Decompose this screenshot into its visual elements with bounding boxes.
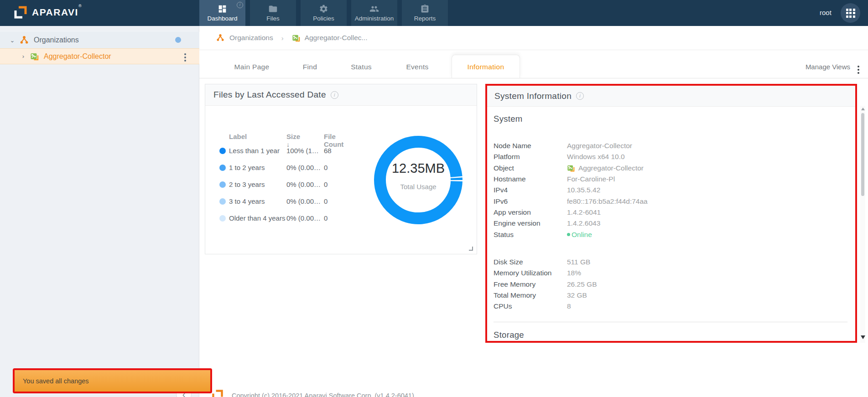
legend-dot — [219, 198, 226, 205]
manage-views-button[interactable]: Manage Views — [806, 63, 850, 71]
status-badge: Online — [572, 231, 592, 239]
tab-status[interactable]: Status — [345, 63, 377, 74]
table-row[interactable]: Less than 1 year 100% (1… 68 — [205, 143, 369, 160]
row-size: 0% (0.00… — [286, 180, 321, 188]
panel-header: System Information i — [487, 86, 855, 107]
breadcrumb-separator: › — [281, 34, 284, 42]
nav-tab-policies[interactable]: Policies — [301, 0, 347, 26]
panel-title: Files by Last Accessed Date i — [213, 90, 338, 100]
collector-icon — [292, 34, 301, 42]
sidebar-item-aggregator-collector[interactable]: › Aggregator-Collector — [0, 48, 199, 64]
field-value: 1.4.2.6043 — [567, 219, 600, 227]
row-size: 100% (1… — [286, 147, 319, 155]
field-value: 26.25 GB — [567, 280, 597, 289]
row-file-count: 0 — [324, 214, 327, 222]
field-value: 1.4.2-6041 — [567, 208, 601, 217]
field-label: IPv6 — [494, 197, 567, 206]
row-label: Less than 1 year — [229, 147, 280, 155]
field-row: CPUs 8 — [494, 301, 597, 312]
view-tab-bar: Main Page Find Status Events Information… — [199, 50, 868, 78]
tab-events[interactable]: Events — [401, 63, 433, 74]
people-icon — [369, 4, 379, 14]
save-confirmation-toast-highlighted[interactable]: You saved all changes — [13, 368, 212, 393]
tab-main-page[interactable]: Main Page — [231, 63, 272, 74]
tab-find[interactable]: Find — [297, 63, 322, 74]
field-label: Hostname — [494, 175, 567, 183]
table-row[interactable]: 3 to 4 years 0% (0.00… 0 — [205, 193, 369, 210]
dashboard-grid-icon — [218, 4, 227, 14]
field-value: 32 GB — [567, 291, 587, 299]
apps-menu-button[interactable] — [841, 3, 860, 23]
field-label: Disk Size — [494, 258, 567, 266]
manage-views-kebab-icon[interactable] — [855, 64, 862, 76]
chevron-down-icon[interactable]: ⌄ — [9, 37, 16, 44]
row-file-count: 68 — [324, 147, 332, 155]
apps-grid-icon — [846, 9, 855, 18]
field-value: Aggregator-Collector — [578, 164, 644, 172]
row-label: Older than 4 years — [229, 214, 285, 222]
gear-icon — [319, 4, 328, 14]
tab-row-divider — [199, 78, 868, 78]
breadcrumb: Organizations › Aggregator-Collec... — [199, 26, 868, 50]
nav-tab-administration[interactable]: Administration — [351, 0, 397, 26]
scrollbar-down-arrow[interactable] — [861, 335, 865, 339]
total-usage-label: Total Usage — [370, 183, 467, 191]
aparavi-logo-icon — [14, 5, 27, 19]
field-label: Platform — [494, 153, 567, 161]
folder-icon — [268, 4, 278, 14]
tab-information-active[interactable]: Information — [452, 55, 520, 78]
toast-message: You saved all changes — [23, 377, 89, 385]
field-label: App version — [494, 208, 567, 217]
username[interactable]: root — [820, 9, 832, 16]
chevron-right-icon[interactable]: › — [20, 53, 26, 60]
section-heading-system: System — [494, 114, 522, 124]
tab-label: Information — [468, 63, 504, 71]
aparavi-app: APARAVI® i Dashboard Files Policies Admi… — [0, 0, 868, 397]
panel-resize-handle[interactable] — [469, 247, 473, 251]
aparavi-logo[interactable]: APARAVI® — [14, 5, 82, 19]
nav-tab-label: Reports — [414, 15, 436, 22]
field-value: fe80::176:b5a2:f44d:74aa — [567, 197, 648, 206]
system-information-panel-highlighted: System Information i System Node Name Ag… — [485, 84, 857, 343]
field-row: App version 1.4.2-6041 — [494, 207, 648, 218]
breadcrumb-item[interactable]: Organizations — [229, 34, 273, 42]
table-row[interactable]: Older than 4 years 0% (0.00… 0 — [205, 210, 369, 227]
donut-chart — [370, 132, 467, 228]
collector-icon — [30, 52, 39, 61]
table-row[interactable]: 2 to 3 years 0% (0.00… 0 — [205, 176, 369, 193]
field-value: 18% — [567, 269, 581, 277]
info-icon[interactable]: i — [576, 92, 584, 100]
field-row: Memory Utilization 18% — [494, 268, 597, 278]
panel-header: Files by Last Accessed Date i — [205, 84, 477, 106]
nav-tab-files[interactable]: Files — [250, 0, 296, 26]
field-row: Hostname For-Caroline-Pl — [494, 174, 648, 185]
row-label: 1 to 2 years — [229, 164, 265, 171]
legend-dot — [219, 165, 226, 171]
breadcrumb-item[interactable]: Aggregator-Collec... — [305, 34, 368, 42]
changes-indicator-dot — [175, 37, 181, 43]
scrollbar-up-arrow[interactable] — [861, 108, 865, 110]
item-menu-kebab-icon[interactable] — [182, 52, 189, 63]
section-divider — [494, 322, 847, 322]
field-label: IPv4 — [494, 186, 567, 194]
info-icon[interactable]: i — [331, 91, 338, 99]
nav-tab-dashboard[interactable]: i Dashboard — [199, 0, 245, 26]
column-header-label[interactable]: Label — [229, 133, 247, 140]
field-value: 8 — [567, 302, 571, 310]
field-row: Free Memory 26.25 GB — [494, 279, 597, 290]
field-value: Windows x64 10.0 — [567, 153, 625, 161]
collector-icon — [567, 164, 575, 172]
table-row[interactable]: 1 to 2 years 0% (0.00… 0 — [205, 160, 369, 176]
info-badge-icon[interactable]: i — [237, 2, 243, 8]
resource-fields: Disk Size 511 GB Memory Utilization 18% … — [494, 257, 597, 312]
legend-dot — [219, 181, 226, 188]
nav-tab-reports[interactable]: Reports — [402, 0, 448, 26]
nav-tab-label: Files — [266, 15, 280, 22]
field-row-status: Status Online — [494, 229, 648, 240]
vertical-scrollbar-thumb[interactable] — [861, 113, 864, 196]
nav-tab-label: Policies — [313, 15, 334, 22]
field-label: Status — [494, 231, 567, 239]
copyright-text: Copyright (c) 2016-2021 Aparavi Software… — [232, 392, 414, 397]
sidebar-item-organizations[interactable]: ⌄ Organizations — [0, 32, 199, 48]
row-size: 0% (0.00… — [286, 214, 321, 222]
